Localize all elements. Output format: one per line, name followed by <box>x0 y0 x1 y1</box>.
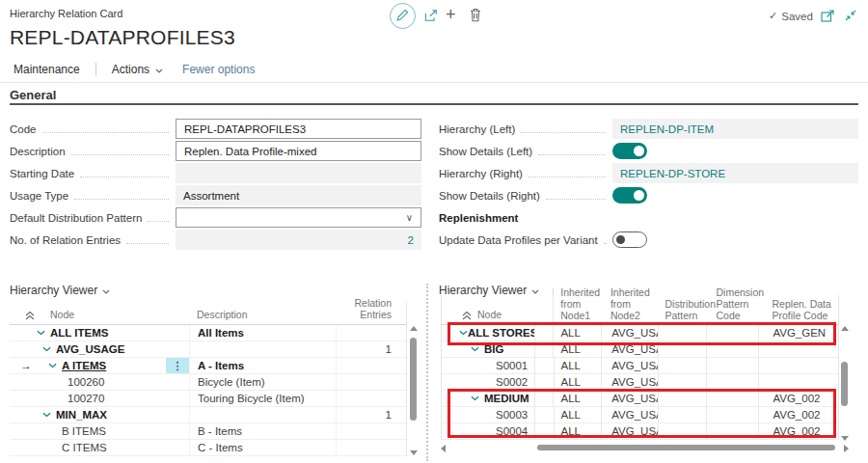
show-details-right-toggle[interactable] <box>612 187 647 204</box>
scrollbar-thumb[interactable] <box>537 445 835 450</box>
field-row-hierarchy-right: Hierarchy (Right) REPLEN-DP-STORE <box>439 162 858 184</box>
chevron-down-icon[interactable] <box>48 363 62 368</box>
chevron-down-icon[interactable] <box>471 346 484 352</box>
row-menu-button[interactable]: ⋮ <box>166 358 189 373</box>
pencil-icon <box>396 8 409 25</box>
collapse-all-icon[interactable] <box>462 311 472 320</box>
no-of-relation-entries-label: No. of Relation Entries <box>10 234 121 246</box>
row-s0001[interactable]: S0001 ALL AVG_USAGE <box>442 358 838 374</box>
usage-type-label: Usage Type <box>10 190 68 202</box>
hierarchy-left-field[interactable]: REPLEN-DP-ITEM <box>612 119 858 139</box>
edit-button[interactable] <box>390 3 416 29</box>
menu-fewer-options[interactable]: Fewer options <box>182 63 255 76</box>
hierarchy-right-field[interactable]: REPLEN-DP-STORE <box>612 163 858 183</box>
dotted-leader <box>42 124 170 133</box>
row-b-items[interactable]: B ITEMS B - Items <box>10 423 406 440</box>
row-a-items-selected[interactable]: → A ITEMS ⋮ A - Items <box>10 358 406 374</box>
row-s0002[interactable]: S0002 ALL AVG_USAGE <box>442 374 838 391</box>
scrollbar-thumb[interactable] <box>841 362 848 406</box>
column-header-node[interactable]: Node <box>35 309 166 320</box>
dotted-leader <box>529 169 606 177</box>
row-avg-usage[interactable]: AVG_USAGE 1 <box>10 341 406 358</box>
left-table-header: Node Description Relation Entries <box>10 303 406 325</box>
hierarchy-relation-card-page: Hierarchy Relation Card + ✓ Saved REPL-D… <box>0 0 868 463</box>
dotted-leader <box>80 169 169 177</box>
row-100270[interactable]: 100270 Touring Bicycle (Item) <box>10 391 406 407</box>
check-icon: ✓ <box>769 10 777 22</box>
code-label: Code <box>10 123 37 135</box>
update-data-profiles-toggle[interactable] <box>612 232 647 248</box>
column-header-dimension-pattern-code[interactable]: Dimension Pattern Code <box>706 295 759 324</box>
field-row-default-distribution-pattern: Default Distribution Pattern ∨ <box>10 206 421 229</box>
replenishment-heading: Replenishment <box>439 212 518 224</box>
column-header-relation-entries[interactable]: Relation Entries <box>336 297 399 320</box>
chevron-down-icon <box>102 284 110 297</box>
scroll-right-arrow[interactable] <box>844 445 849 452</box>
field-row-description: Description Replen. Data Profile-mixed <box>10 140 421 162</box>
description-field[interactable]: Replen. Data Profile-mixed <box>176 141 421 161</box>
row-100260[interactable]: 100260 Bicycle (Item) <box>10 374 406 391</box>
column-header-inherited-from-node1[interactable]: Inherited from Node1 <box>553 295 601 324</box>
chevron-down-icon[interactable] <box>471 395 484 401</box>
row-s0003[interactable]: S0003 ALL AVG_USAGE AVG_002 <box>442 407 838 423</box>
field-row-starting-date: Starting Date <box>10 162 421 184</box>
starting-date-label: Starting Date <box>10 168 74 179</box>
column-header-distribution-pattern[interactable]: Distribution Pattern <box>658 295 706 324</box>
menu-maintenance[interactable]: Maintenance <box>14 63 80 76</box>
plus-icon: + <box>446 5 456 25</box>
pane-splitter[interactable] <box>426 284 428 461</box>
chevron-down-icon[interactable] <box>42 346 56 352</box>
trash-icon <box>470 8 481 26</box>
column-header-inherited-from-node2[interactable]: Inherited from Node2 <box>601 295 658 324</box>
collapse-window-icon[interactable] <box>845 10 856 21</box>
left-hierarchy-viewer-caption[interactable]: Hierarchy Viewer <box>10 284 110 297</box>
row-all-stores[interactable]: ALL STORES ALL AVG_USAGE AVG_GEN <box>442 325 838 341</box>
page-title: REPL-DATAPROFILES3 <box>10 26 235 49</box>
right-table-horizontal-scrollbar[interactable] <box>441 444 849 452</box>
scroll-up-arrow[interactable] <box>841 326 849 331</box>
action-bar: Maintenance Actions Fewer options <box>0 56 868 83</box>
code-field[interactable]: REPL-DATAPROFILES3 <box>176 119 421 139</box>
dotted-leader <box>74 191 169 200</box>
row-c-items[interactable]: C ITEMS C - Items <box>10 440 406 456</box>
row-all-items[interactable]: ALL ITEMS All Items <box>10 325 406 341</box>
show-details-right-label: Show Details (Right) <box>439 190 540 202</box>
default-distribution-pattern-label: Default Distribution Pattern <box>10 212 142 224</box>
show-details-left-toggle[interactable] <box>612 143 647 159</box>
left-table-vertical-scrollbar[interactable] <box>409 326 418 455</box>
chevron-down-icon[interactable] <box>459 330 468 336</box>
field-row-no-of-relation-entries: No. of Relation Entries 2 <box>10 229 421 251</box>
collapse-all-icon[interactable] <box>10 311 35 320</box>
delete-button[interactable] <box>470 8 481 26</box>
scrollbar-thumb[interactable] <box>410 338 417 421</box>
column-header-node[interactable]: Node <box>442 295 533 324</box>
scroll-left-arrow[interactable] <box>441 445 446 452</box>
open-in-new-window-icon[interactable] <box>821 10 834 22</box>
right-table-header: Node Inherited from Node1 Inherited from… <box>442 295 838 325</box>
update-data-profiles-label: Update Data Profiles per Variant <box>439 234 598 246</box>
row-medium[interactable]: MEDIUM ALL AVG_USAGE AVG_002 <box>442 391 838 407</box>
column-header-description[interactable]: Description <box>189 309 336 320</box>
section-heading-general[interactable]: General <box>10 88 56 102</box>
saved-label: Saved <box>781 11 813 22</box>
dropdown-chevron-icon[interactable]: ∨ <box>406 213 413 223</box>
default-distribution-pattern-select[interactable]: ∨ <box>176 207 421 228</box>
row-s0004[interactable]: S0004 ALL AVG_USAGE AVG_002 <box>442 423 838 440</box>
menu-actions[interactable]: Actions <box>112 63 163 76</box>
chevron-down-icon[interactable] <box>42 412 56 418</box>
general-fields-right: Hierarchy (Left) REPLEN-DP-ITEM Show Det… <box>439 118 858 251</box>
no-of-relation-entries-field[interactable]: 2 <box>176 230 421 250</box>
scroll-down-arrow[interactable] <box>841 436 849 441</box>
field-row-show-details-right: Show Details (Right) <box>439 184 858 206</box>
dotted-leader <box>604 235 606 244</box>
new-button[interactable]: + <box>446 5 456 25</box>
share-icon[interactable] <box>424 9 438 22</box>
scroll-down-arrow[interactable] <box>410 450 418 455</box>
chevron-down-icon[interactable] <box>37 330 50 336</box>
column-header-replen-data-profile-code[interactable]: Replen. Data Profile Code <box>759 295 838 324</box>
row-big[interactable]: BIG ALL AVG_USAGE <box>442 341 838 358</box>
right-table-vertical-scrollbar[interactable] <box>840 326 849 441</box>
row-min-max[interactable]: MIN_MAX 1 <box>10 407 406 423</box>
scroll-up-arrow[interactable] <box>410 326 418 331</box>
dotted-leader <box>538 147 606 155</box>
